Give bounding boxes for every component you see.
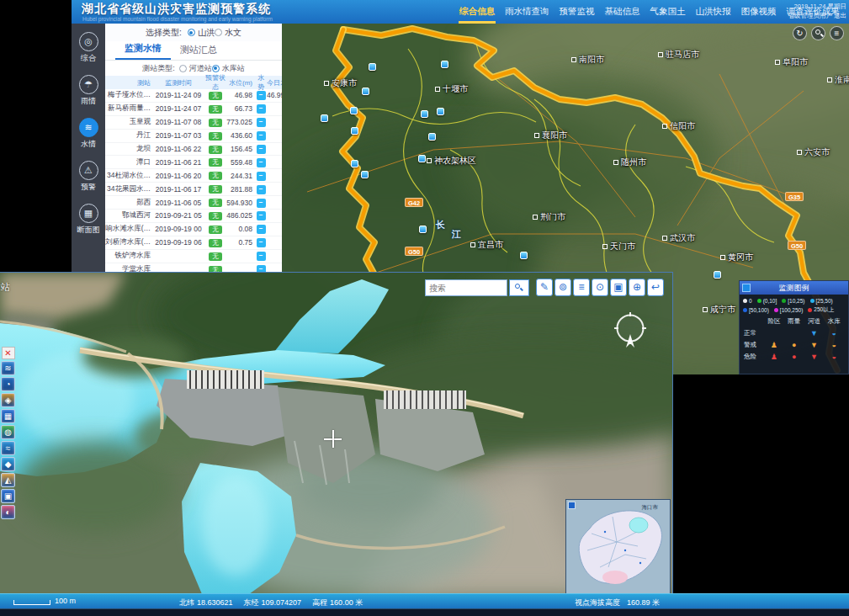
trend-icon: − (257, 238, 266, 247)
legend-symbol: ◒ (831, 330, 836, 337)
station-marker[interactable] (428, 133, 436, 141)
table-row[interactable]: 铁炉湾水库无− (105, 250, 282, 263)
header-user-line[interactable]: 省级管理员用户 退出 (788, 12, 846, 21)
station-marker[interactable] (520, 252, 528, 259)
city-dot (827, 77, 832, 82)
marker-tool[interactable]: ◐ (1, 505, 15, 519)
table-row[interactable]: 龙坝2019-11-06 22无156.45− (105, 143, 282, 157)
nav-item-1[interactable]: 雨水情查询 (500, 0, 555, 24)
frame-tool[interactable]: ▣ (1, 489, 15, 503)
table-row[interactable]: 潭口2019-11-06 21无559.48− (105, 156, 282, 169)
refresh-icon[interactable]: ↻ (793, 26, 807, 40)
station-marker[interactable] (361, 171, 369, 178)
city-name: 襄阳市 (542, 130, 567, 141)
table-row[interactable]: 丹江2019-11-07 03无436.60− (105, 130, 282, 143)
sidebar-item-0[interactable]: ◎综合 (79, 32, 98, 64)
table-row[interactable]: 学堂水库无− (105, 263, 282, 272)
basin-tool[interactable]: ◆ (1, 457, 15, 471)
close-icon[interactable]: ✕ (2, 347, 15, 359)
road-badge-G35: G35 (785, 192, 804, 201)
station-marker[interactable] (418, 155, 426, 162)
sidebar-item-2[interactable]: ≋水情 (79, 118, 98, 150)
trend-cell: − (255, 117, 267, 127)
sidebar-item-3[interactable]: ⚠预警 (79, 161, 98, 193)
nav-item-3[interactable]: 基础信息 (600, 0, 645, 24)
search-icon[interactable] (811, 26, 825, 40)
trend-cell: − (255, 264, 267, 272)
splash-tool[interactable]: ≈ (1, 441, 15, 455)
table-row[interactable]: 郧西2019-11-06 05无594.930− (105, 196, 282, 210)
wave-tool[interactable]: ≋ (1, 361, 15, 375)
legend-scale-row-0: 0(0,10][10,25)[25,50) (743, 298, 845, 304)
table-row[interactable]: 鄂城西河2019-09-21 05无486.025− (105, 210, 282, 223)
table-row[interactable]: 34杜湖水位…2019-11-06 20无244.31− (105, 169, 282, 183)
camera-icon[interactable]: ⊚ (555, 279, 571, 296)
legend-dot (782, 299, 786, 303)
sidebar-icon-2: ≋ (79, 118, 98, 137)
ripple-tool[interactable]: ▦ (1, 409, 15, 423)
sidebar-item-4[interactable]: ▦断面图 (77, 204, 100, 236)
search-button[interactable] (509, 279, 529, 296)
legend-scale-item: 250以上 (808, 306, 834, 314)
station-marker[interactable] (714, 271, 721, 279)
table-row[interactable]: 刘桥湾水库(…2019-09-19 06无0.75− (105, 236, 282, 250)
sketch-icon[interactable]: ✎ (536, 279, 553, 296)
table-row[interactable]: 响水滩水库(…2019-09-19 00无0.08− (105, 223, 282, 236)
eye-icon[interactable]: ⊙ (592, 279, 608, 296)
tab-1[interactable]: 测站汇总 (171, 44, 226, 60)
radio-option-1[interactable]: 水文 (215, 27, 241, 39)
terrain-tool[interactable]: ◭ (1, 473, 15, 487)
radio-option-1[interactable]: 水库站 (212, 63, 245, 74)
sidebar-item-1[interactable]: ☂雨情 (79, 75, 98, 107)
status-badge: 无 (209, 132, 222, 141)
viewer-toolbar: ✎⊚≡⊙▣⊕↩ (536, 279, 664, 296)
station-marker[interactable] (321, 114, 328, 122)
overview-minimap[interactable]: 海口市 (565, 499, 671, 593)
station-marker[interactable] (351, 127, 358, 135)
gauge-tool[interactable]: ◍ (1, 425, 15, 439)
image-icon[interactable]: ▣ (610, 279, 627, 296)
list-icon[interactable]: ≡ (573, 279, 590, 296)
layers-icon[interactable]: ≡ (830, 26, 844, 40)
station-marker[interactable] (419, 226, 427, 233)
station-marker[interactable] (437, 108, 444, 115)
nav-item-2[interactable]: 预警监视 (555, 0, 600, 24)
city-name: 天门市 (610, 241, 635, 252)
nav-item-4[interactable]: 气象国土 (645, 0, 691, 24)
globe-icon[interactable]: ⊕ (629, 279, 645, 296)
viewer-3d[interactable]: 站 ✎⊚≡⊙▣⊕↩ ✕ ≋◔◈▦◍≈◆◭▣◐ (0, 272, 673, 593)
tab-0[interactable]: 监测水情 (115, 42, 171, 60)
water-level: 594.930 (226, 199, 255, 207)
compass-control[interactable] (611, 309, 650, 358)
radio-option-0[interactable]: 山洪 (188, 27, 215, 39)
sediment-tool[interactable]: ◈ (1, 393, 15, 407)
nav-item-6[interactable]: 图像视频 (736, 0, 782, 24)
legend-window-icon[interactable] (742, 284, 751, 292)
nav-item-5[interactable]: 山洪快报 (691, 0, 736, 24)
station-marker[interactable] (441, 61, 448, 68)
radio-label: 河道站 (189, 63, 212, 74)
city-dot (534, 133, 539, 138)
table-row[interactable]: 34花果园水…2019-11-06 17无281.88− (105, 183, 282, 196)
nav-item-0[interactable]: 综合信息 (454, 0, 500, 24)
undo-icon[interactable]: ↩ (647, 279, 664, 296)
radio-label: 山洪 (198, 27, 215, 39)
legend-symbol: ▼ (810, 353, 818, 361)
station-marker[interactable] (350, 107, 358, 114)
map-controls: ↻≡ (793, 26, 844, 40)
side-rail: ◎综合☂雨情≋水情⚠预警▦断面图 (72, 24, 105, 272)
minimap-corner-icon[interactable] (568, 502, 576, 509)
station-marker[interactable] (421, 110, 428, 118)
city-dot (427, 158, 432, 163)
table-row[interactable]: 玉皇观2019-11-07 08无773.025− (105, 116, 282, 130)
radio-option-0[interactable]: 河道站 (179, 63, 212, 74)
sidebar-label: 综合 (81, 53, 96, 64)
search-input[interactable] (425, 279, 507, 296)
station-marker[interactable] (362, 88, 369, 95)
station-marker[interactable] (369, 63, 376, 71)
trend-cell: − (255, 251, 267, 261)
table-row[interactable]: 新马桥雨量…2019-11-24 07无66.73− (105, 103, 282, 116)
swirl-tool[interactable]: ◔ (1, 377, 15, 391)
table-row[interactable]: 梅子垭水位…2019-11-24 09无46.98−46.99 (105, 89, 282, 103)
station-marker[interactable] (351, 160, 358, 167)
